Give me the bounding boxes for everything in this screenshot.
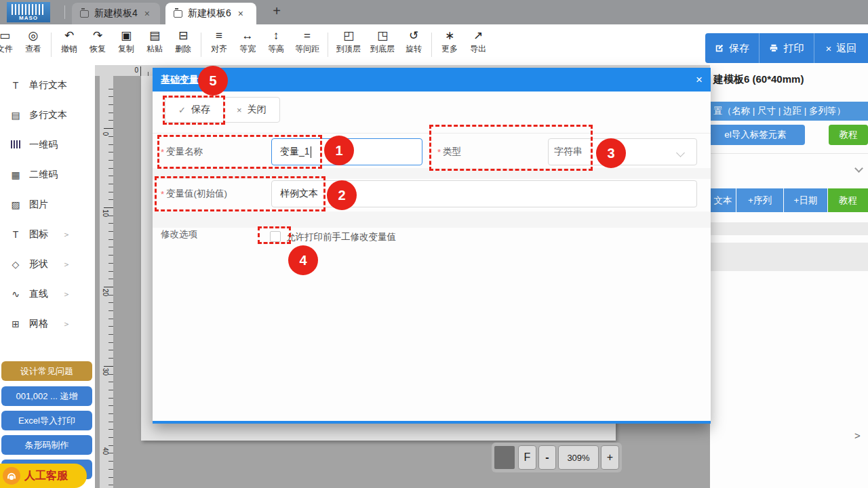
toolbar-bring-front-button[interactable]: ◰ 到顶层	[332, 24, 366, 55]
element-sidebar: T 单行文本 ▤ 多行文本 一维码 ▦ 二维码 ▨ 图片 T 图标 ＞ ◇ 形状…	[0, 65, 95, 488]
tab-label: 新建模板6	[188, 7, 231, 20]
toolbar-more-button[interactable]: ∗ 更多	[435, 24, 464, 55]
customer-service-button[interactable]: 人工客服	[0, 464, 87, 488]
app-logo: MASO	[7, 2, 50, 22]
toolbar-align-button[interactable]: ≡ 对齐	[205, 24, 233, 55]
sidebar-item-shapes[interactable]: ◇ 形状 ＞	[0, 249, 95, 279]
sidebar-item-line[interactable]: ∿ 直线 ＞	[0, 279, 95, 309]
trash-icon: ⊟	[178, 29, 188, 43]
template-icon	[80, 10, 89, 18]
toolbar-send-back-button[interactable]: ◳ 到底层	[366, 24, 399, 55]
dialog-close-button[interactable]: × 关闭	[223, 97, 280, 123]
equal-width-icon: ↔	[242, 29, 254, 43]
design-faq-button[interactable]: 设计常见问题	[1, 361, 92, 381]
toolbar-equal-height-button[interactable]: ↕ 等高	[262, 24, 290, 55]
save-template-button[interactable]: 保存	[705, 33, 759, 63]
undo-icon: ↶	[64, 29, 74, 43]
tab-template-6[interactable]: 新建模板6 ×	[165, 3, 256, 24]
tutorial-button[interactable]: 教程	[829, 125, 868, 145]
add-date-button[interactable]: +日期	[784, 188, 827, 212]
new-tab-button[interactable]: +	[269, 3, 285, 19]
line-icon: ∿	[9, 289, 22, 300]
tutorial-button-2[interactable]: 教程	[828, 188, 868, 212]
annotation-number-3: 3	[596, 138, 626, 168]
divider	[710, 153, 868, 154]
toolbar-undo-button[interactable]: ↶ 撤销	[55, 24, 83, 55]
shape-icon: ◇	[9, 259, 22, 270]
document-icon: ▤	[9, 110, 22, 121]
annotation-number-2: 2	[327, 180, 357, 210]
back-button[interactable]: × 返回	[814, 33, 868, 63]
row-gap	[153, 211, 711, 228]
image-icon: ▨	[9, 199, 22, 210]
annotation-number-5: 5	[198, 66, 228, 96]
panel-section[interactable]: >	[710, 243, 868, 271]
close-icon[interactable]: ×	[144, 8, 150, 19]
redo-icon: ↷	[93, 29, 102, 43]
template-title: 建模板6 (60*40mm)	[713, 73, 804, 86]
text-icon: T	[9, 80, 22, 91]
excel-import-elements-button[interactable]: el导入标签元素	[706, 125, 805, 145]
panel-section	[710, 222, 868, 235]
headset-icon	[3, 467, 20, 485]
equal-height-icon: ↕	[273, 29, 279, 43]
logo-text: MASO	[7, 15, 50, 22]
template-settings-bar[interactable]: 置（名称 | 尺寸 | 边距 | 多列等）	[710, 102, 868, 121]
copy-icon: ▣	[121, 29, 132, 43]
zoom-fit-button[interactable]: F	[518, 445, 536, 470]
annotation-box-2	[155, 176, 326, 211]
file-icon: ▭	[0, 29, 10, 43]
zoom-level[interactable]: 309%	[558, 445, 599, 470]
toolbar-file-button[interactable]: ▭ 文件	[0, 24, 19, 55]
color-swatch[interactable]	[494, 446, 515, 469]
add-sequence-button[interactable]: +序列	[736, 188, 783, 212]
template-icon	[174, 10, 182, 18]
toolbar-view-button[interactable]: ◎ 查看	[19, 24, 47, 55]
divider	[64, 5, 65, 19]
sidebar-item-qrcode[interactable]: ▦ 二维码	[0, 160, 95, 190]
divider	[51, 33, 52, 57]
vertical-ruler: 0 10 20 30 40	[100, 76, 113, 488]
chevron-right-icon: ＞	[62, 319, 71, 330]
toolbar-delete-button[interactable]: ⊟ 删除	[169, 24, 197, 55]
toolbar-copy-button[interactable]: ▣ 复制	[112, 24, 140, 55]
excel-import-print-button[interactable]: Excel导入打印	[1, 411, 92, 430]
add-text-button[interactable]: 文本	[710, 188, 736, 212]
sidebar-item-multi-line-text[interactable]: ▤ 多行文本	[0, 100, 95, 130]
sidebar-item-single-line-text[interactable]: T 单行文本	[0, 70, 95, 100]
toolbar-paste-button[interactable]: ▤ 粘贴	[140, 24, 169, 55]
toolbar-redo-button[interactable]: ↷ 恢复	[83, 24, 112, 55]
barcode-icon	[11, 140, 21, 148]
tab-template-4[interactable]: 新建模板4 ×	[72, 3, 160, 24]
close-icon: ×	[825, 43, 831, 54]
barcode-maker-button[interactable]: 条形码制作	[1, 435, 92, 455]
close-icon[interactable]: ×	[696, 73, 703, 87]
toolbar-equal-width-button[interactable]: ↔ 等宽	[233, 24, 262, 55]
zoom-controls: F - 309% +	[492, 443, 622, 472]
allow-edit-checkbox-label: 允许打印前手工修改变量值	[286, 229, 396, 245]
toolbar-rotate-button[interactable]: ↺ 旋转	[399, 24, 428, 55]
chevron-down-icon	[676, 148, 685, 157]
close-icon[interactable]: ×	[238, 8, 243, 19]
edit-square-icon	[715, 43, 724, 53]
annotation-box-save	[163, 96, 225, 125]
more-icon: ∗	[445, 29, 454, 43]
annotation-number-1: 1	[324, 136, 354, 165]
print-button[interactable]: 打印	[759, 33, 813, 63]
chevron-right-icon: >	[854, 430, 861, 441]
zoom-out-button[interactable]: -	[538, 445, 556, 470]
tab-bar: MASO 新建模板4 × 新建模板6 × +	[0, 0, 868, 24]
toolbar-export-button[interactable]: ↗ 导出	[464, 24, 492, 55]
increment-button[interactable]: 001,002 ... 递增	[1, 386, 92, 406]
ruler-zero-label: 0	[130, 66, 138, 74]
chevron-down-icon[interactable]	[854, 164, 863, 173]
sidebar-item-image[interactable]: ▨ 图片	[0, 190, 95, 220]
zoom-in-button[interactable]: +	[601, 445, 619, 470]
sidebar-item-icons[interactable]: T 图标 ＞	[0, 220, 95, 249]
sidebar-item-grid[interactable]: ⊞ 网格 ＞	[0, 309, 95, 339]
chevron-right-icon: ＞	[62, 259, 71, 270]
toolbar-equal-spacing-button[interactable]: = 等间距	[290, 24, 324, 55]
sidebar-item-barcode[interactable]: 一维码	[0, 130, 95, 160]
annotation-box-4	[258, 226, 291, 244]
barcode-logo-icon	[12, 4, 45, 15]
